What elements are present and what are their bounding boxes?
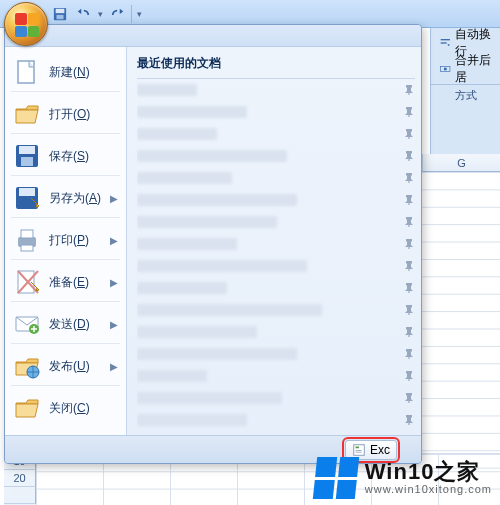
svg-rect-30: [408, 312, 409, 315]
menu-item-label: 关闭(C): [49, 400, 90, 417]
pin-icon[interactable]: [403, 326, 415, 338]
recent-doc-item[interactable]: [137, 123, 415, 145]
recent-doc-item[interactable]: [137, 365, 415, 387]
pin-icon[interactable]: [403, 150, 415, 162]
recent-doc-name-redacted: [137, 260, 307, 272]
pin-icon[interactable]: [403, 370, 415, 382]
recent-doc-item[interactable]: [137, 189, 415, 211]
recent-doc-name-redacted: [137, 370, 207, 382]
svg-rect-21: [408, 114, 409, 117]
menu-item-print[interactable]: 打印(P)▶: [5, 219, 126, 261]
svg-rect-38: [355, 446, 359, 448]
worksheet-grid[interactable]: G: [422, 154, 500, 471]
ribbon-alignment-group: 自动换行 合并后居 方式: [430, 28, 500, 154]
menu-item-label: 保存(S): [49, 148, 89, 165]
qat-divider: [131, 5, 132, 23]
menu-item-save[interactable]: 保存(S): [5, 135, 126, 177]
office-menu-commands: 新建(N)打开(O)保存(S)另存为(A)▶打印(P)▶准备(E)▶发送(D)▶…: [5, 47, 127, 435]
send-icon: [13, 310, 41, 338]
watermark-url: www.win10xitong.com: [365, 483, 492, 495]
submenu-chevron-icon: ▶: [110, 193, 118, 204]
recent-doc-name-redacted: [137, 348, 297, 360]
submenu-chevron-icon: ▶: [110, 319, 118, 330]
svg-rect-14: [21, 230, 33, 238]
menu-item-prepare[interactable]: 准备(E)▶: [5, 261, 126, 303]
menu-item-label: 发布(U): [49, 358, 90, 375]
recent-doc-item[interactable]: [137, 101, 415, 123]
pin-icon[interactable]: [403, 106, 415, 118]
print-icon: [13, 226, 41, 254]
pin-icon[interactable]: [403, 304, 415, 316]
qat-save-button[interactable]: [50, 4, 70, 24]
recent-doc-item[interactable]: [137, 211, 415, 233]
pin-icon[interactable]: [403, 282, 415, 294]
qat-redo-button[interactable]: [108, 4, 128, 24]
recent-doc-name-redacted: [137, 106, 247, 118]
pin-icon[interactable]: [403, 84, 415, 96]
menu-item-new[interactable]: 新建(N): [5, 51, 126, 93]
menu-item-label: 打开(O): [49, 106, 90, 123]
recent-doc-name-redacted: [137, 84, 197, 96]
menu-item-label: 打印(P): [49, 232, 89, 249]
excel-options-label: Exc: [370, 443, 390, 457]
recent-doc-name-redacted: [137, 414, 247, 426]
office-menu: 新建(N)打开(O)保存(S)另存为(A)▶打印(P)▶准备(E)▶发送(D)▶…: [4, 24, 422, 464]
menu-item-send[interactable]: 发送(D)▶: [5, 303, 126, 345]
pin-icon[interactable]: [403, 194, 415, 206]
qat-customize[interactable]: ▾: [135, 9, 144, 19]
recent-doc-item[interactable]: [137, 409, 415, 429]
column-header-G[interactable]: G: [422, 154, 500, 172]
wrap-text-button[interactable]: 自动换行: [435, 32, 496, 54]
svg-rect-1: [56, 9, 65, 13]
svg-rect-22: [408, 136, 409, 139]
svg-rect-20: [408, 92, 409, 95]
svg-rect-15: [21, 245, 33, 251]
recent-doc-item[interactable]: [137, 79, 415, 101]
recent-doc-item[interactable]: [137, 277, 415, 299]
menu-item-label: 新建(N): [49, 64, 90, 81]
svg-rect-6: [444, 68, 447, 71]
pin-icon[interactable]: [403, 260, 415, 272]
recent-doc-item[interactable]: [137, 343, 415, 365]
svg-rect-34: [408, 400, 409, 403]
menu-item-open[interactable]: 打开(O): [5, 93, 126, 135]
pin-icon[interactable]: [403, 172, 415, 184]
pin-icon[interactable]: [403, 348, 415, 360]
svg-rect-9: [19, 146, 35, 154]
merge-center-button[interactable]: 合并后居: [435, 58, 496, 80]
pin-icon[interactable]: [403, 238, 415, 250]
recent-doc-item[interactable]: [137, 255, 415, 277]
office-button[interactable]: [4, 2, 48, 46]
row-header-20[interactable]: 20: [4, 470, 36, 487]
qat-undo-button[interactable]: [73, 4, 93, 24]
recent-doc-name-redacted: [137, 216, 277, 228]
svg-rect-3: [441, 39, 450, 40]
menu-item-close[interactable]: 关闭(C): [5, 387, 126, 429]
close-icon: [13, 394, 41, 422]
watermark-title: Win10之家: [365, 461, 492, 483]
row-header-blank[interactable]: [4, 487, 36, 504]
svg-rect-39: [355, 450, 361, 451]
office-logo-icon: [15, 13, 39, 37]
pin-icon[interactable]: [403, 414, 415, 426]
svg-rect-12: [19, 188, 35, 196]
menu-item-label: 发送(D): [49, 316, 90, 333]
menu-item-saveas[interactable]: 另存为(A)▶: [5, 177, 126, 219]
recent-doc-item[interactable]: [137, 233, 415, 255]
qat-undo-more[interactable]: ▾: [96, 9, 105, 19]
recent-doc-name-redacted: [137, 150, 287, 162]
windows-logo-icon: [313, 457, 359, 499]
recent-doc-item[interactable]: [137, 167, 415, 189]
pin-icon[interactable]: [403, 128, 415, 140]
svg-rect-25: [408, 202, 409, 205]
recent-doc-item[interactable]: [137, 145, 415, 167]
recent-doc-name-redacted: [137, 282, 227, 294]
recent-doc-item[interactable]: [137, 321, 415, 343]
prepare-icon: [13, 268, 41, 296]
recent-doc-item[interactable]: [137, 299, 415, 321]
menu-item-publish[interactable]: 发布(U)▶: [5, 345, 126, 387]
pin-icon[interactable]: [403, 392, 415, 404]
recent-doc-item[interactable]: [137, 387, 415, 409]
pin-icon[interactable]: [403, 216, 415, 228]
svg-rect-32: [408, 356, 409, 359]
